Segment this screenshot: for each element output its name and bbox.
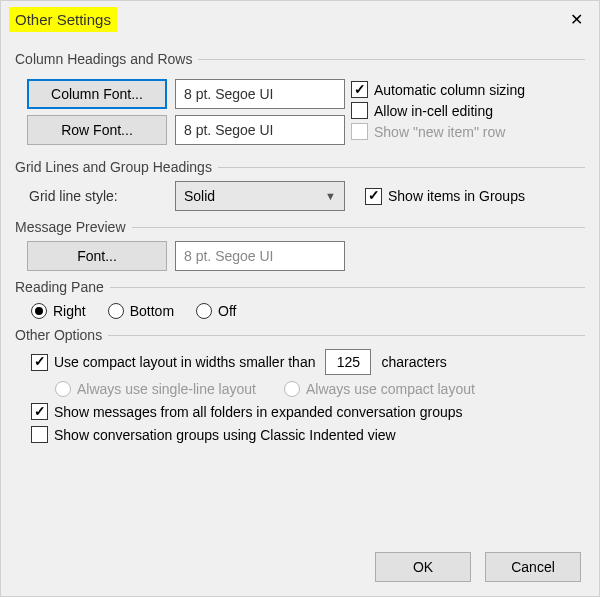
radio-single-line-layout: Always use single-line layout (55, 381, 256, 397)
checkbox-label: Show items in Groups (388, 188, 525, 204)
grid-line-style-select[interactable]: Solid ▼ (175, 181, 345, 211)
checkbox-label: Automatic column sizing (374, 82, 525, 98)
separator (132, 227, 586, 228)
checkbox-label: Show conversation groups using Classic I… (54, 427, 396, 443)
checkbox-show-expanded-groups[interactable]: ✓ Show messages from all folders in expa… (31, 403, 585, 420)
row-font-value[interactable]: 8 pt. Segoe UI (175, 115, 345, 145)
checkbox-in-cell-editing[interactable]: Allow in-cell editing (351, 102, 525, 119)
checkbox-icon: ✓ (31, 403, 48, 420)
column-font-value[interactable]: 8 pt. Segoe UI (175, 79, 345, 109)
dialog-buttons: OK Cancel (375, 552, 581, 582)
separator (198, 59, 585, 60)
other-settings-dialog: Other Settings ✕ Column Headings and Row… (0, 0, 600, 597)
checkbox-label: Show messages from all folders in expand… (54, 404, 463, 420)
radio-label: Always use single-line layout (77, 381, 256, 397)
separator (108, 335, 585, 336)
radio-label: Right (53, 303, 86, 319)
radio-always-compact-layout: Always use compact layout (284, 381, 475, 397)
group-title: Reading Pane (15, 279, 104, 295)
radio-label: Bottom (130, 303, 174, 319)
preview-font-value: 8 pt. Segoe UI (175, 241, 345, 271)
group-title: Message Preview (15, 219, 126, 235)
checkbox-icon: ✓ (351, 81, 368, 98)
checkbox-icon (351, 123, 368, 140)
column-font-button[interactable]: Column Font... (27, 79, 167, 109)
grid-line-style-label: Grid line style: (27, 188, 167, 204)
checkbox-classic-indented[interactable]: Show conversation groups using Classic I… (31, 426, 585, 443)
radio-icon (31, 303, 47, 319)
close-button[interactable]: ✕ (553, 1, 599, 37)
radio-icon (196, 303, 212, 319)
compact-width-field[interactable]: 125 (325, 349, 371, 375)
checkbox-auto-column-sizing[interactable]: ✓ Automatic column sizing (351, 81, 525, 98)
radio-reading-right[interactable]: Right (31, 303, 86, 319)
cancel-button[interactable]: Cancel (485, 552, 581, 582)
dialog-title: Other Settings (9, 7, 117, 32)
checkbox-show-items-in-groups[interactable]: ✓ Show items in Groups (365, 188, 525, 205)
radio-label: Off (218, 303, 236, 319)
group-title: Other Options (15, 327, 102, 343)
compact-post-text: characters (381, 354, 446, 370)
group-message-preview: Message Preview Font... 8 pt. Segoe UI (15, 219, 585, 271)
group-header: Reading Pane (15, 279, 585, 295)
group-header: Column Headings and Rows (15, 51, 585, 67)
checkbox-icon (351, 102, 368, 119)
checkbox-compact-layout[interactable]: ✓ Use compact layout in widths smaller t… (31, 349, 585, 375)
radio-icon (55, 381, 71, 397)
checkbox-icon: ✓ (31, 354, 48, 371)
select-value: Solid (184, 188, 215, 204)
radio-reading-off[interactable]: Off (196, 303, 236, 319)
checkbox-label: Allow in-cell editing (374, 103, 493, 119)
group-header: Grid Lines and Group Headings (15, 159, 585, 175)
radio-reading-bottom[interactable]: Bottom (108, 303, 174, 319)
ok-button[interactable]: OK (375, 552, 471, 582)
group-header: Message Preview (15, 219, 585, 235)
chevron-down-icon: ▼ (325, 190, 336, 202)
group-column-headings: Column Headings and Rows Column Font... … (15, 51, 585, 151)
separator (218, 167, 585, 168)
group-reading-pane: Reading Pane Right Bottom Off (15, 279, 585, 319)
radio-label: Always use compact layout (306, 381, 475, 397)
group-header: Other Options (15, 327, 585, 343)
group-other-options: Other Options ✓ Use compact layout in wi… (15, 327, 585, 443)
checkbox-show-new-item-row: Show "new item" row (351, 123, 525, 140)
checkbox-icon (31, 426, 48, 443)
radio-icon (108, 303, 124, 319)
group-title: Column Headings and Rows (15, 51, 192, 67)
group-title: Grid Lines and Group Headings (15, 159, 212, 175)
checkbox-label: Show "new item" row (374, 124, 505, 140)
checkbox-icon: ✓ (365, 188, 382, 205)
group-grid-lines: Grid Lines and Group Headings Grid line … (15, 159, 585, 211)
dialog-content: Column Headings and Rows Column Font... … (1, 37, 599, 443)
separator (110, 287, 585, 288)
row-font-button[interactable]: Row Font... (27, 115, 167, 145)
compact-pre-text: Use compact layout in widths smaller tha… (54, 354, 315, 370)
close-icon: ✕ (570, 10, 583, 29)
radio-icon (284, 381, 300, 397)
preview-font-button[interactable]: Font... (27, 241, 167, 271)
titlebar: Other Settings ✕ (1, 1, 599, 37)
